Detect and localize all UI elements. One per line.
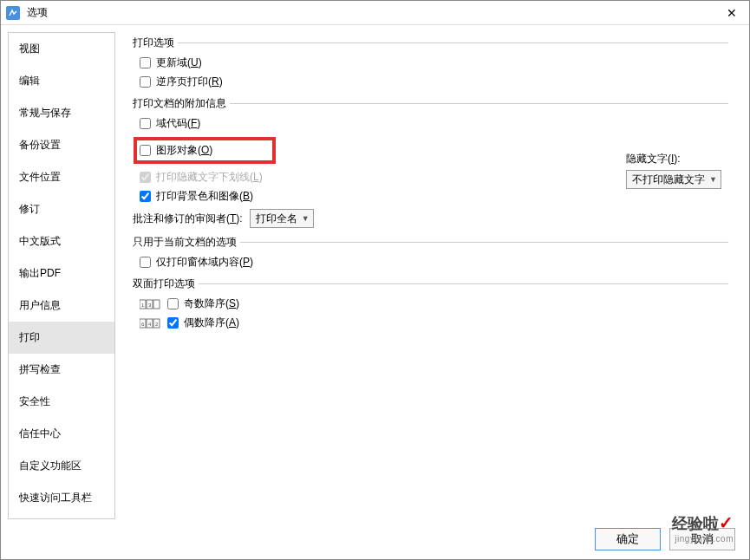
divider — [240, 242, 728, 243]
sidebar-item-7[interactable]: 输出PDF — [9, 257, 114, 290]
divider — [199, 283, 728, 284]
titlebar: 选项 ✕ — [1, 1, 749, 25]
checkbox-background[interactable]: 打印背景色和图像(B) — [140, 189, 728, 204]
sidebar-item-0[interactable]: 视图 — [9, 33, 114, 65]
divider — [178, 42, 728, 43]
select-value: 打印全名 — [256, 212, 297, 226]
checkbox-update-fields[interactable]: 更新域(U) — [140, 55, 728, 70]
checkbox-form-fields[interactable]: 仅打印窗体域内容(P) — [140, 255, 728, 270]
odd-pages-icon: 13 — [140, 297, 160, 311]
chevron-down-icon: ▼ — [302, 214, 310, 223]
footer: 确定 取消 经验啦✓ jingyanla.com — [1, 519, 749, 559]
sidebar-item-8[interactable]: 用户信息 — [9, 290, 114, 322]
checkbox-graphics[interactable]: 图形对象(O) — [136, 140, 273, 161]
svg-text:6: 6 — [141, 322, 145, 327]
ok-button[interactable]: 确定 — [595, 528, 661, 550]
window-title: 选项 — [27, 5, 720, 20]
checkbox-input[interactable] — [140, 118, 151, 129]
sidebar-item-14[interactable]: 快速访问工具栏 — [9, 482, 114, 514]
svg-text:4: 4 — [148, 322, 152, 327]
even-pages-icon: 642 — [140, 316, 160, 330]
checkbox-odd-desc[interactable]: 13 奇数降序(S) — [140, 296, 728, 311]
checkbox-input[interactable] — [140, 76, 151, 88]
group-title: 只用于当前文档的选项 — [133, 235, 237, 250]
checkbox-label: 奇数降序(S) — [184, 296, 239, 311]
chevron-down-icon: ▼ — [709, 175, 717, 184]
select-value: 不打印隐藏文字 — [632, 173, 705, 187]
checkbox-input[interactable] — [140, 57, 151, 68]
reviewer-label: 批注和修订的审阅者(T): — [133, 212, 243, 226]
checkbox-reverse-print[interactable]: 逆序页打印(R) — [140, 75, 728, 89]
reviewer-select[interactable]: 打印全名 ▼ — [250, 209, 314, 228]
checkbox-label: 更新域(U) — [156, 55, 202, 70]
checkbox-input[interactable] — [167, 317, 179, 329]
group-current-doc: 只用于当前文档的选项 仅打印窗体域内容(P) — [133, 235, 728, 270]
sidebar-item-4[interactable]: 文件位置 — [9, 161, 114, 193]
sidebar-item-6[interactable]: 中文版式 — [9, 225, 114, 257]
checkbox-field-codes[interactable]: 域代码(F) — [140, 116, 728, 131]
hidden-text-select[interactable]: 不打印隐藏文字 ▼ — [626, 170, 721, 189]
group-title: 打印选项 — [133, 36, 174, 50]
cancel-button[interactable]: 取消 — [669, 528, 735, 550]
checkbox-label: 打印背景色和图像(B) — [156, 189, 253, 204]
checkbox-input[interactable] — [167, 298, 179, 309]
divider — [230, 103, 728, 104]
group-duplex: 双面打印选项 13 奇数降序(S) 642 偶数降序(A) — [133, 277, 728, 330]
checkbox-input[interactable] — [140, 191, 151, 202]
sidebar-item-1[interactable]: 编辑 — [9, 65, 114, 97]
svg-text:2: 2 — [155, 322, 159, 327]
close-button[interactable]: ✕ — [720, 1, 744, 25]
hidden-text-option: 隐藏文字(I): 不打印隐藏文字 ▼ — [626, 152, 721, 189]
content-panel: 打印选项 更新域(U) 逆序页打印(R) 打印文档的附加信息 域代码(F) — [115, 32, 742, 519]
reviewer-row: 批注和修订的审阅者(T): 打印全名 ▼ — [133, 209, 728, 228]
sidebar: 视图编辑常规与保存备份设置文件位置修订中文版式输出PDF用户信息打印拼写检查安全… — [8, 32, 115, 519]
checkbox-input[interactable] — [140, 257, 151, 268]
checkbox-even-desc[interactable]: 642 偶数降序(A) — [140, 316, 728, 330]
sidebar-item-3[interactable]: 备份设置 — [9, 129, 114, 161]
svg-text:1: 1 — [141, 303, 145, 308]
app-icon — [6, 6, 20, 20]
checkbox-label: 偶数降序(A) — [184, 316, 239, 330]
group-title: 双面打印选项 — [133, 277, 195, 291]
svg-text:3: 3 — [148, 303, 152, 308]
checkbox-label: 域代码(F) — [156, 116, 200, 131]
hidden-text-label: 隐藏文字(I): — [626, 152, 721, 166]
sidebar-item-11[interactable]: 安全性 — [9, 386, 114, 418]
checkbox-input — [140, 172, 151, 183]
checkbox-input[interactable] — [140, 145, 151, 156]
checkbox-label: 逆序页打印(R) — [156, 75, 223, 89]
sidebar-item-5[interactable]: 修订 — [9, 193, 114, 225]
sidebar-item-9[interactable]: 打印 — [9, 322, 114, 354]
checkbox-label: 图形对象(O) — [156, 143, 212, 158]
sidebar-item-13[interactable]: 自定义功能区 — [9, 450, 114, 482]
group-print-options: 打印选项 更新域(U) 逆序页打印(R) — [133, 36, 728, 89]
sidebar-item-10[interactable]: 拼写检查 — [9, 354, 114, 386]
options-dialog: 选项 ✕ 视图编辑常规与保存备份设置文件位置修订中文版式输出PDF用户信息打印拼… — [0, 0, 750, 560]
checkbox-label: 仅打印窗体域内容(P) — [156, 255, 253, 270]
sidebar-item-2[interactable]: 常规与保存 — [9, 97, 114, 129]
sidebar-item-12[interactable]: 信任中心 — [9, 418, 114, 450]
svg-rect-4 — [153, 300, 160, 309]
group-title: 打印文档的附加信息 — [133, 96, 226, 111]
checkbox-label: 打印隐藏文字下划线(L) — [156, 170, 263, 185]
body: 视图编辑常规与保存备份设置文件位置修订中文版式输出PDF用户信息打印拼写检查安全… — [1, 25, 749, 519]
